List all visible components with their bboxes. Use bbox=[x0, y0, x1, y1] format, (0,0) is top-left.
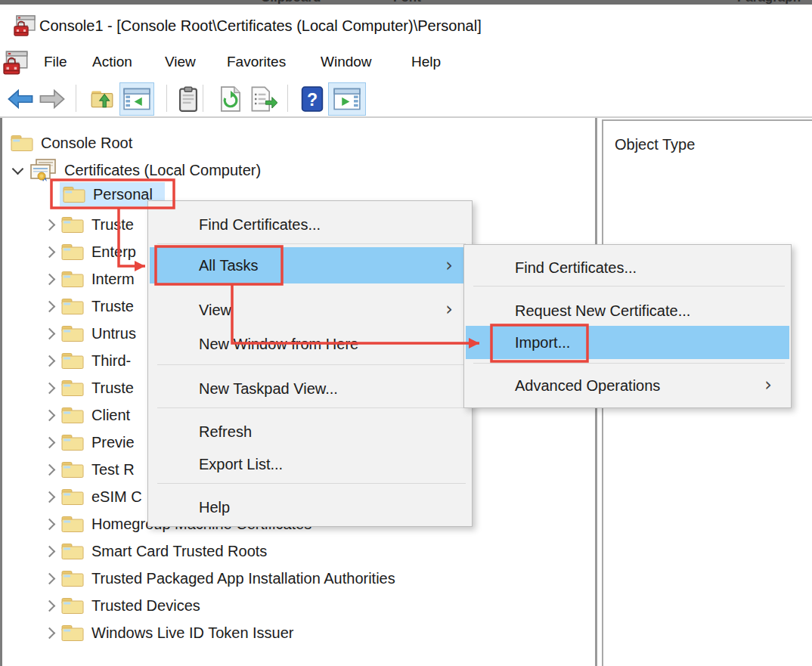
tree-item-trusted-3[interactable]: Truste bbox=[44, 374, 134, 401]
folder-icon bbox=[61, 324, 84, 342]
menu-help[interactable]: Help bbox=[411, 54, 441, 70]
all-tasks-submenu: Find Certificates... Request New Certifi… bbox=[463, 244, 792, 408]
paste-button[interactable] bbox=[172, 82, 204, 116]
tree-item-label: Interm bbox=[91, 271, 135, 288]
submenu-item-advanced-operations[interactable]: Advanced Operations bbox=[466, 369, 789, 402]
folder-icon bbox=[61, 270, 84, 288]
menu-item-new-taskpad-view[interactable]: New Taskpad View... bbox=[150, 372, 470, 405]
tree-item-label: Windows Live ID Token Issuer bbox=[91, 624, 294, 642]
folder-icon bbox=[11, 134, 33, 152]
chevron-right-icon[interactable] bbox=[44, 218, 56, 231]
export-list-button[interactable] bbox=[248, 82, 280, 116]
folder-up-icon bbox=[89, 88, 115, 110]
mmc-console-icon[interactable] bbox=[3, 50, 29, 76]
chevron-down-icon[interactable] bbox=[12, 163, 24, 175]
tree-item-trusted-2[interactable]: Truste bbox=[44, 293, 134, 320]
menu-item-view[interactable]: View bbox=[150, 293, 470, 327]
menu-window[interactable]: Window bbox=[321, 54, 372, 70]
menu-file[interactable]: File bbox=[44, 54, 67, 70]
menu-item-new-window-from-here[interactable]: New Window from Here bbox=[150, 327, 470, 361]
action-pane-icon bbox=[333, 88, 361, 110]
svg-text:?: ? bbox=[307, 90, 318, 110]
back-button[interactable] bbox=[5, 82, 36, 116]
tree-item-untrusted[interactable]: Untrus bbox=[44, 320, 136, 347]
submenu-item-request-new-certificate[interactable]: Request New Certificate... bbox=[466, 294, 789, 327]
submenu-arrow-icon bbox=[761, 374, 776, 395]
menu-item-refresh[interactable]: Refresh bbox=[150, 415, 470, 448]
tree-item-label: Truste bbox=[91, 379, 134, 397]
tree-item-enterprise[interactable]: Enterp bbox=[44, 238, 136, 265]
column-header-object-type[interactable]: Object Type bbox=[615, 136, 695, 153]
tree-item-label: Client bbox=[91, 407, 130, 424]
chevron-right-icon[interactable] bbox=[44, 545, 56, 557]
menu-item-all-tasks[interactable]: All Tasks bbox=[150, 247, 470, 283]
tree-item-certificates-local-computer[interactable]: Certificates (Local Computer) bbox=[12, 156, 261, 184]
menu-action[interactable]: Action bbox=[92, 54, 132, 70]
menu-item-export-list[interactable]: Export List... bbox=[150, 448, 470, 481]
chevron-right-icon[interactable] bbox=[44, 273, 56, 285]
menu-favorites[interactable]: Favorites bbox=[227, 54, 286, 70]
tree-item-label: Untrus bbox=[91, 325, 136, 342]
forward-button[interactable] bbox=[36, 82, 68, 116]
menu-view[interactable]: View bbox=[165, 54, 196, 70]
chevron-right-icon[interactable] bbox=[44, 355, 56, 367]
chevron-right-icon[interactable] bbox=[44, 382, 56, 394]
chevron-right-icon[interactable] bbox=[44, 327, 56, 339]
arrow-right-icon bbox=[39, 89, 65, 109]
submenu-item-import[interactable]: Import... bbox=[466, 326, 789, 359]
up-one-level-button[interactable] bbox=[86, 82, 118, 116]
chevron-right-icon[interactable] bbox=[44, 572, 56, 584]
chevron-right-icon[interactable] bbox=[44, 627, 56, 639]
tree-item-console-root[interactable]: Console Root bbox=[11, 129, 132, 156]
chevron-right-icon[interactable] bbox=[44, 436, 56, 448]
tree-item-esim[interactable]: eSIM C bbox=[44, 483, 142, 510]
folder-icon bbox=[61, 624, 84, 642]
tree-item-personal[interactable]: Personal bbox=[44, 181, 165, 208]
toolbar-separator bbox=[166, 85, 167, 112]
tree-item-trusted-1[interactable]: Truste bbox=[44, 211, 134, 238]
help-button[interactable]: ? bbox=[296, 82, 328, 116]
export-list-icon bbox=[250, 86, 277, 112]
tree-item-intermediate[interactable]: Interm bbox=[44, 265, 135, 293]
folder-icon bbox=[61, 433, 84, 451]
tree-item-trusted-packaged-app[interactable]: Trusted Packaged App Installation Author… bbox=[44, 565, 395, 592]
chevron-right-icon[interactable] bbox=[44, 599, 56, 612]
tree-item-windows-live-id[interactable]: Windows Live ID Token Issuer bbox=[44, 619, 294, 646]
menu-separator bbox=[157, 407, 466, 408]
tree-item-trusted-devices[interactable]: Trusted Devices bbox=[44, 592, 200, 619]
toolbar-separator bbox=[76, 85, 76, 112]
menu-separator bbox=[157, 243, 466, 244]
submenu-item-find-certificates[interactable]: Find Certificates... bbox=[466, 251, 789, 284]
tree-item-label: eSIM C bbox=[91, 488, 142, 506]
folder-icon bbox=[61, 542, 84, 560]
menu-separator bbox=[473, 286, 785, 287]
tree-item-third-party[interactable]: Third- bbox=[44, 347, 131, 374]
tree-item-label: Smart Card Trusted Roots bbox=[91, 543, 267, 560]
clipboard-icon bbox=[178, 86, 199, 112]
tree-item-smart-card[interactable]: Smart Card Trusted Roots bbox=[44, 537, 267, 565]
window-left-border bbox=[0, 118, 2, 666]
menu-item-help[interactable]: Help bbox=[150, 491, 470, 524]
refresh-icon bbox=[218, 86, 243, 112]
tree-item-test-roots[interactable]: Test R bbox=[44, 456, 135, 483]
chevron-right-icon[interactable] bbox=[44, 518, 56, 530]
chevron-right-icon[interactable] bbox=[44, 409, 56, 421]
folder-icon bbox=[61, 488, 84, 506]
folder-icon bbox=[61, 460, 84, 479]
title-bar: Console1 - [Console Root\Certificates (L… bbox=[0, 5, 812, 47]
show-hide-console-tree-button[interactable] bbox=[119, 82, 154, 116]
folder-icon bbox=[63, 185, 85, 203]
show-hide-action-pane-button[interactable] bbox=[328, 82, 366, 116]
submenu-arrow-icon bbox=[442, 255, 457, 276]
chevron-right-icon[interactable] bbox=[44, 491, 56, 503]
tree-item-preview[interactable]: Previe bbox=[44, 429, 135, 456]
tree-item-client[interactable]: Client bbox=[44, 401, 130, 429]
refresh-button[interactable] bbox=[215, 82, 246, 116]
folder-icon bbox=[61, 515, 84, 533]
chevron-right-icon[interactable] bbox=[44, 300, 56, 312]
chevron-right-icon[interactable] bbox=[44, 463, 56, 475]
window-title: Console1 - [Console Root\Certificates (L… bbox=[39, 17, 482, 35]
menu-item-find-certificates[interactable]: Find Certificates... bbox=[150, 208, 470, 241]
help-icon: ? bbox=[301, 86, 324, 112]
chevron-right-icon[interactable] bbox=[44, 246, 56, 258]
